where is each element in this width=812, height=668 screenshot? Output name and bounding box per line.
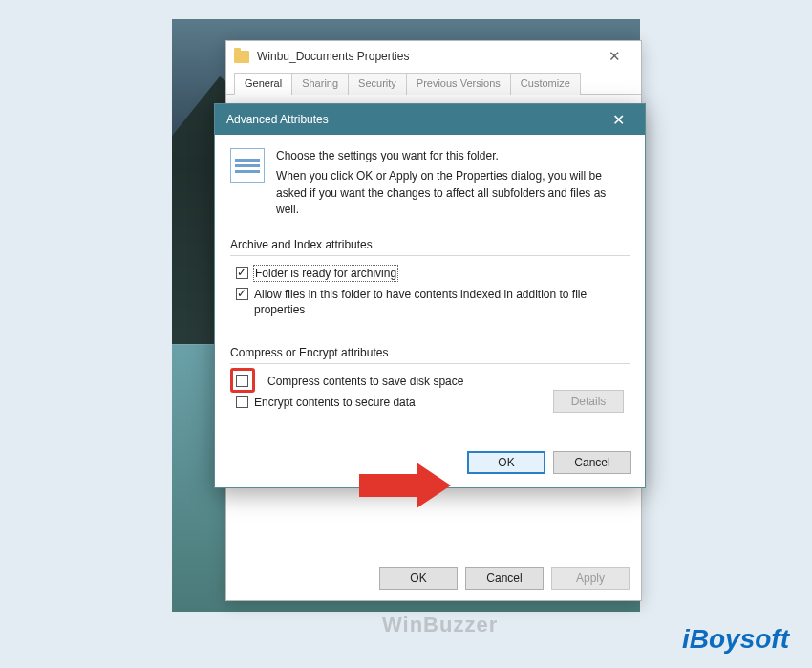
compress-group: Compress or Encrypt attributes Compress … bbox=[230, 346, 630, 421]
compress-group-label: Compress or Encrypt attributes bbox=[230, 346, 630, 359]
tab-customize[interactable]: Customize bbox=[510, 73, 581, 95]
folder-icon bbox=[234, 51, 249, 63]
archive-group: Archive and Index attributes Folder is r… bbox=[230, 238, 630, 326]
details-button: Details bbox=[553, 390, 624, 413]
checkbox-label: Compress contents to save disk space bbox=[254, 374, 463, 389]
advanced-ok-button[interactable]: OK bbox=[467, 451, 545, 474]
checkbox-label: Allow files in this folder to have conte… bbox=[254, 287, 624, 317]
advanced-titlebar[interactable]: Advanced Attributes ✕ bbox=[215, 104, 645, 135]
checkbox-icon[interactable] bbox=[236, 375, 248, 387]
advanced-footer: OK Cancel bbox=[215, 445, 645, 487]
properties-ok-button[interactable]: OK bbox=[379, 567, 458, 590]
properties-title: Winbu_Documents Properties bbox=[257, 50, 595, 63]
checkbox-icon[interactable] bbox=[236, 396, 248, 408]
advanced-cancel-button[interactable]: Cancel bbox=[553, 451, 631, 474]
properties-apply-button: Apply bbox=[551, 567, 630, 590]
checkbox-indexing[interactable]: Allow files in this folder to have conte… bbox=[236, 287, 624, 317]
archive-group-label: Archive and Index attributes bbox=[230, 238, 630, 251]
tab-security[interactable]: Security bbox=[348, 73, 407, 95]
close-icon[interactable]: ✕ bbox=[603, 107, 633, 132]
properties-tabs: General Sharing Security Previous Versio… bbox=[226, 72, 641, 95]
properties-cancel-button[interactable]: Cancel bbox=[465, 567, 544, 590]
watermark-iboysoft: iBoysoft bbox=[682, 624, 789, 655]
checkbox-label: Folder is ready for archiving bbox=[254, 266, 397, 281]
advanced-attributes-dialog: Advanced Attributes ✕ Choose the setting… bbox=[214, 103, 646, 488]
checkbox-icon[interactable] bbox=[236, 267, 248, 279]
attributes-icon bbox=[230, 148, 265, 183]
advanced-title: Advanced Attributes bbox=[226, 113, 603, 126]
tab-sharing[interactable]: Sharing bbox=[291, 73, 349, 95]
checkbox-archiving[interactable]: Folder is ready for archiving bbox=[236, 266, 624, 281]
tab-general[interactable]: General bbox=[234, 73, 292, 95]
advanced-intro-text: Choose the settings you want for this fo… bbox=[276, 148, 630, 219]
watermark-winbuzzer: WinBuzzer bbox=[382, 613, 498, 637]
properties-titlebar[interactable]: Winbu_Documents Properties ✕ bbox=[226, 41, 641, 72]
properties-footer: OK Cancel Apply bbox=[226, 556, 641, 600]
checkbox-compress[interactable]: Compress contents to save disk space bbox=[236, 374, 624, 389]
tab-previous-versions[interactable]: Previous Versions bbox=[406, 73, 511, 95]
close-icon[interactable]: ✕ bbox=[595, 44, 633, 69]
checkbox-icon[interactable] bbox=[236, 288, 248, 300]
checkbox-label: Encrypt contents to secure data bbox=[254, 395, 416, 410]
